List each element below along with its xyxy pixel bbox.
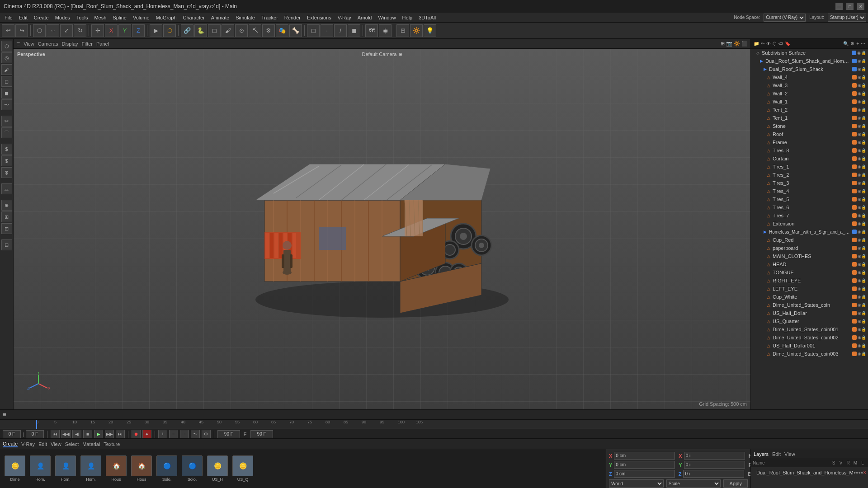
view-menu[interactable]: View xyxy=(24,41,34,47)
viewport-3d[interactable]: Perspective Default Camera ⊕ Grid Spacin… xyxy=(14,49,750,409)
select-tool[interactable]: ⬡ xyxy=(1,41,12,52)
x-rot-input[interactable] xyxy=(684,452,745,460)
tab-texture[interactable]: Texture xyxy=(104,441,120,447)
tab-vray[interactable]: V-Ray xyxy=(21,441,35,447)
edge-mode[interactable]: / xyxy=(334,24,347,37)
bend-tool[interactable]: ⌓ xyxy=(1,183,12,194)
tree-item-main-clothes[interactable]: △ MAIN_CLOTHES ◉ 🔒 xyxy=(751,252,868,260)
tree-item-dual-roof-root[interactable]: ▶ Dual_Roof_Slum_Shack_and_Homeless_Man … xyxy=(751,57,868,65)
lasso-button[interactable]: ⊙ xyxy=(235,24,248,37)
tree-item-left-eye[interactable]: △ LEFT_EYE ◉ 🔒 xyxy=(751,285,868,293)
tree-item-dime-coin001[interactable]: △ Dime_United_States_coin001 ◉ 🔒 xyxy=(751,325,868,333)
coord-system-select[interactable]: World Object Camera xyxy=(609,479,664,488)
tree-item-us-half-dollar[interactable]: △ US_Half_Dollar ◉ 🔒 xyxy=(751,309,868,317)
menu-extensions[interactable]: Extensions xyxy=(304,14,334,21)
record-button[interactable]: ⏺ xyxy=(132,430,141,439)
render-view-button[interactable]: ▶ xyxy=(150,24,162,37)
cameras-menu[interactable]: Cameras xyxy=(38,41,58,47)
hierarchy-tags-icon[interactable]: 🏷 xyxy=(778,41,783,46)
tree-item-tires4[interactable]: △ Tires_4 ◉ 🔒 xyxy=(751,187,868,195)
undo-button[interactable]: ↩ xyxy=(2,24,14,37)
paint-button[interactable]: 🖌 xyxy=(222,24,234,37)
timeline-options-button[interactable]: ⚙ xyxy=(202,430,211,439)
add-keyframe-button[interactable]: + xyxy=(158,430,167,439)
menu-animate[interactable]: Animate xyxy=(208,14,232,21)
tree-item-tires6[interactable]: △ Tires_6 ◉ 🔒 xyxy=(751,203,868,211)
tree-item-tent2[interactable]: △ Tent_2 ◉ 🔒 xyxy=(751,106,868,114)
shape-tool[interactable]: ◻ xyxy=(1,76,12,87)
layers-edit-tab[interactable]: Edit xyxy=(772,451,781,457)
model-mode[interactable]: ◻ xyxy=(307,24,320,37)
rigging-button[interactable]: 🦴 xyxy=(289,24,302,37)
viewport-menu-icon[interactable]: ≡ xyxy=(16,40,20,47)
live-selection-button[interactable]: ⬡ xyxy=(33,24,46,37)
menu-window[interactable]: Window xyxy=(375,14,398,21)
tree-item-tires7[interactable]: △ Tires_7 ◉ 🔒 xyxy=(751,211,868,220)
goto-start-button[interactable]: ⏮ xyxy=(51,430,60,439)
layer-l-toggle[interactable]: ✕ xyxy=(863,470,867,475)
content-item-dime[interactable]: 🪙 Dime xyxy=(4,455,26,482)
play-button[interactable]: ▶ xyxy=(94,430,103,439)
tree-item-stone[interactable]: △ Stone ◉ 🔒 xyxy=(751,122,868,130)
content-item-hom2[interactable]: 👤 Hom. xyxy=(54,455,77,482)
tree-item-roof[interactable]: △ Roof ◉ 🔒 xyxy=(751,130,868,138)
menu-tracker[interactable]: Tracker xyxy=(259,14,281,21)
start-frame-input[interactable] xyxy=(26,430,44,438)
tree-item-curtain[interactable]: △ Curtain ◉ 🔒 xyxy=(751,155,868,163)
tree-item-tongue[interactable]: △ TONGUE ◉ 🔒 xyxy=(751,268,868,277)
knife-tool[interactable]: ✂ xyxy=(1,116,12,127)
menu-arnold[interactable]: Arnold xyxy=(355,14,375,21)
tab-create[interactable]: Create xyxy=(3,441,18,447)
hierarchy-view-icon[interactable]: 👁 xyxy=(766,41,771,46)
hierarchy-file-icon[interactable]: 📁 xyxy=(754,41,759,46)
stop-button[interactable]: ■ xyxy=(83,430,92,439)
snap-button[interactable]: 🔗 xyxy=(181,24,193,37)
menu-simulate[interactable]: Simulate xyxy=(233,14,258,21)
tree-item-dime-coin[interactable]: △ Dime_United_States_coin ◉ 🔒 xyxy=(751,301,868,309)
timeline-ruler[interactable]: 0 5 10 15 20 25 30 35 40 45 50 55 60 65 … xyxy=(0,420,868,429)
transform-mode-select[interactable]: Scale Position Rotation xyxy=(666,479,721,488)
end-frame-input[interactable] xyxy=(217,430,240,438)
spline-tool[interactable]: 〜 xyxy=(1,99,12,110)
bridge-tool[interactable]: ⌒ xyxy=(1,127,12,138)
content-item-solo1[interactable]: 🔵 Solo. xyxy=(156,455,178,482)
goto-end-button[interactable]: ⏭ xyxy=(116,430,125,439)
nodespace-select[interactable]: Current (V-Ray) xyxy=(764,14,806,22)
menu-render[interactable]: Render xyxy=(282,14,303,21)
content-item-solo2[interactable]: 🔵 Solo. xyxy=(181,455,203,482)
hierarchy-object-icon[interactable]: ⬡ xyxy=(773,41,777,46)
object-tool[interactable]: ⊞ xyxy=(1,211,12,222)
layout-select[interactable]: Startup (User) xyxy=(828,14,866,22)
x-pos-input[interactable] xyxy=(614,452,675,460)
close-button[interactable]: ✕ xyxy=(857,3,864,10)
timeline-menu-icon[interactable]: ≡ xyxy=(3,411,6,418)
y-rot-input[interactable] xyxy=(684,461,745,469)
content-item-hom1[interactable]: 👤 Hom. xyxy=(29,455,52,482)
point-mode[interactable]: · xyxy=(321,24,333,37)
tree-item-frame[interactable]: △ Frame ◉ 🔒 xyxy=(751,138,868,146)
cube-button[interactable]: ◻ xyxy=(208,24,221,37)
apply-button[interactable]: Apply xyxy=(723,479,748,488)
scale-button[interactable]: ⤢ xyxy=(60,24,73,37)
content-item-hous1[interactable]: 🏠 Hous xyxy=(105,455,127,482)
content-item-ush[interactable]: 🪙 US_H xyxy=(206,455,229,482)
y-pos-input[interactable] xyxy=(614,461,675,469)
motion-path-button[interactable]: 〜 xyxy=(191,430,200,439)
filter-menu[interactable]: Filter xyxy=(82,41,93,47)
move-button[interactable]: ↔ xyxy=(47,24,59,37)
tree-item-us-quarter[interactable]: △ US_Quarter ◉ 🔒 xyxy=(751,317,868,325)
brush-tool[interactable]: 🖌 xyxy=(1,64,12,75)
grid-button[interactable]: ⊞ xyxy=(396,24,409,37)
hierarchy-add-icon[interactable]: + xyxy=(856,41,859,46)
texture-button[interactable]: 🗺 xyxy=(365,24,378,37)
display-button[interactable]: 🔆 xyxy=(410,24,423,37)
tree-item-paperboard[interactable]: △ paperboard ◉ 🔒 xyxy=(751,244,868,252)
item-lock[interactable]: 🔒 xyxy=(861,51,866,55)
rotate-button[interactable]: ↻ xyxy=(74,24,86,37)
menu-create[interactable]: Create xyxy=(31,14,52,21)
menu-mesh[interactable]: Mesh xyxy=(91,14,109,21)
menu-vray[interactable]: V-Ray xyxy=(335,14,354,21)
python-button[interactable]: 🐍 xyxy=(194,24,207,37)
tree-item-wall4[interactable]: △ Wall_4 ◉ 🔒 xyxy=(751,73,868,81)
remove-keyframe-button[interactable]: − xyxy=(169,430,178,439)
